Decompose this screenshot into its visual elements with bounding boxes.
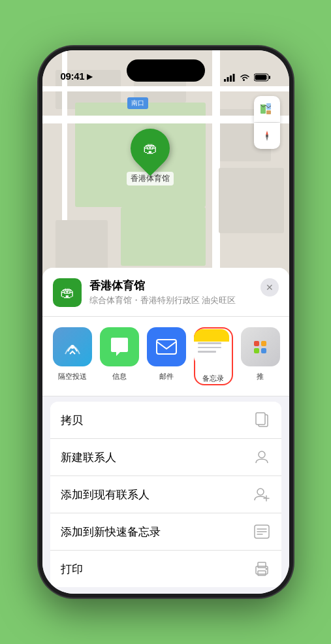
share-mail[interactable]: 邮件 [147,327,186,385]
person-symbol [254,449,270,465]
location-icon: ▶ [87,72,93,81]
location-button[interactable] [254,123,280,149]
pin-circle: 🏟 [122,121,178,176]
svg-rect-19 [258,562,266,568]
messages-symbol [108,336,131,357]
menu-item-quick-note[interactable]: 添加到新快速备忘录 [50,513,281,551]
more-label: 推 [257,372,264,381]
svg-rect-3 [232,74,234,82]
menu-section: 拷贝 新建联系人 [50,402,281,587]
new-contact-label: 新建联系人 [61,450,116,465]
copy-label: 拷贝 [61,413,83,428]
map-controls [254,96,280,149]
map-icon [260,102,274,116]
share-airdrop[interactable]: 隔空投送 [53,327,92,385]
svg-rect-9 [266,110,271,114]
printer-symbol [253,562,270,576]
status-icons [224,73,271,82]
add-contact-icon [253,485,271,504]
svg-point-10 [266,135,268,137]
map-type-button[interactable] [254,96,280,122]
venue-icon: 🏟 [53,278,82,307]
notes-line-1 [198,342,221,344]
bottom-sheet: 🏟 香港体育馆 综合体育馆・香港特别行政区 油尖旺区 ✕ [42,268,289,594]
svg-point-16 [257,489,264,495]
status-time: 09:41 [61,71,85,82]
svg-rect-6 [255,75,266,80]
note-symbol [254,524,270,539]
notes-icon-inner [194,329,229,364]
phone-screen: 09:41 ▶ [42,50,289,594]
more-icon [241,327,280,366]
compass-icon [260,129,274,142]
copy-symbol [255,412,269,428]
svg-rect-2 [230,75,232,82]
airdrop-symbol [63,337,82,357]
messages-label: 信息 [112,372,127,381]
venue-header: 🏟 香港体育馆 综合体育馆・香港特别行政区 油尖旺区 ✕ [42,268,289,317]
location-pin: 🏟 香港体育馆 [127,129,174,185]
svg-rect-1 [227,77,229,82]
share-notes[interactable]: 备忘录 [194,327,233,385]
person-add-symbol [253,487,270,502]
more-dots-container [254,341,266,353]
quick-note-icon [253,523,271,541]
venue-description: 综合体育馆・香港特别行政区 油尖旺区 [89,295,253,306]
phone-frame: 09:41 ▶ [39,46,293,598]
airdrop-label: 隔空投送 [58,372,87,381]
venue-icon-symbol: 🏟 [60,284,74,301]
airdrop-icon [53,327,92,366]
share-more[interactable]: 推 [241,327,280,385]
close-button[interactable]: ✕ [260,278,279,297]
wifi-icon [240,74,250,82]
notes-line-3 [198,351,216,353]
mail-icon [147,327,186,366]
share-actions-row: 隔空投送 信息 [42,317,289,396]
battery-icon [254,73,271,82]
venue-name: 香港体育馆 [89,278,253,293]
share-messages[interactable]: 信息 [100,327,139,385]
svg-rect-14 [256,413,265,425]
svg-rect-0 [224,79,226,82]
dynamic-island [127,59,205,82]
menu-item-new-contact[interactable]: 新建联系人 [50,439,281,476]
signal-icon [224,74,236,82]
copy-icon [253,411,271,429]
venue-info: 香港体育馆 综合体育馆・香港特别行政区 油尖旺区 [89,278,253,306]
svg-rect-12 [157,340,176,354]
menu-item-print[interactable]: 打印 [50,551,281,587]
quick-note-label: 添加到新快速备忘录 [61,524,161,539]
svg-rect-20 [258,571,266,575]
notes-icon-container [194,329,233,368]
mail-label: 邮件 [159,372,174,381]
messages-icon [100,327,139,366]
print-icon [253,560,271,578]
notes-line-2 [198,347,221,349]
new-contact-icon [253,448,271,466]
pin-icon: 🏟 [143,140,157,157]
notes-label: 备忘录 [202,374,224,383]
menu-item-copy[interactable]: 拷贝 [50,402,281,439]
mail-symbol [155,338,178,355]
print-label: 打印 [61,562,83,577]
menu-item-add-contact[interactable]: 添加到现有联系人 [50,476,281,513]
svg-point-21 [265,568,267,570]
add-contact-label: 添加到现有联系人 [61,487,150,502]
svg-point-15 [259,451,265,458]
map-label-south-entrance: 南口 [127,97,148,109]
svg-rect-5 [269,76,270,79]
